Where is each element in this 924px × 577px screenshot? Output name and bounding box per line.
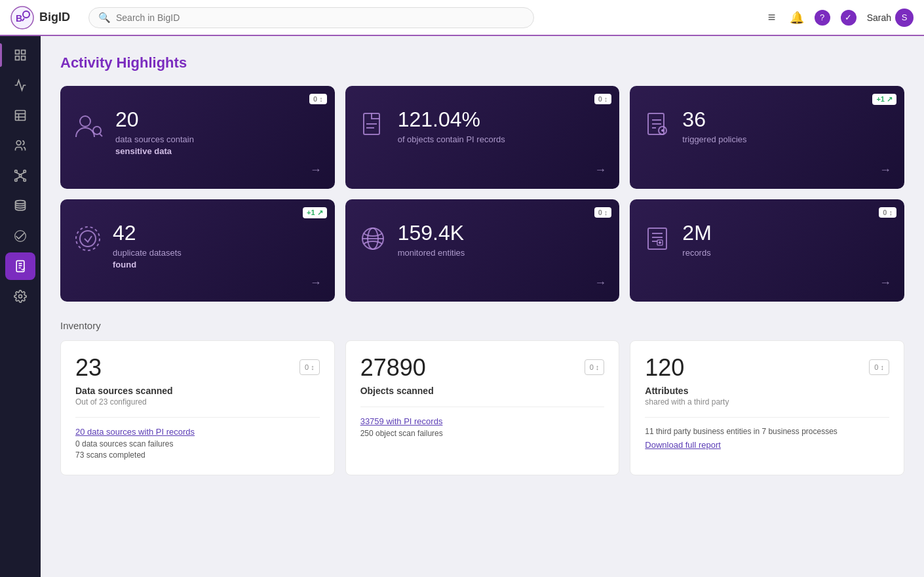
check-icon[interactable]: ✓ bbox=[841, 10, 857, 26]
globe-icon bbox=[358, 224, 387, 260]
card-duplicates[interactable]: +1 ↗ 42 duplicate datasets bbox=[60, 199, 335, 302]
menu-icon[interactable]: ≡ bbox=[765, 10, 779, 25]
sidebar-item-storage[interactable] bbox=[5, 192, 35, 220]
sidebar-item-network[interactable] bbox=[5, 162, 35, 189]
sidebar-item-table[interactable] bbox=[5, 102, 35, 129]
svg-rect-5 bbox=[22, 50, 26, 54]
main-layout: Activity Highlights 0 ↕ bbox=[0, 36, 924, 577]
user-name: Sarah bbox=[867, 12, 891, 23]
inv-detail-data-sources-1: 73 scans completed bbox=[75, 450, 320, 460]
card-content-records: 2M records bbox=[643, 211, 891, 260]
svg-rect-14 bbox=[24, 170, 26, 172]
svg-rect-4 bbox=[16, 50, 20, 54]
notification-bell-icon[interactable]: 🔔 bbox=[790, 10, 804, 25]
sidebar-item-compliance[interactable] bbox=[5, 222, 35, 250]
card-label-records: records bbox=[682, 247, 711, 259]
inventory-section-title: Inventory bbox=[60, 320, 904, 331]
svg-text:B: B bbox=[16, 13, 22, 24]
inv-header-attributes: 120 0 ↕ bbox=[645, 354, 889, 382]
inventory-card-attributes: 120 0 ↕ Attributes shared with a third p… bbox=[630, 340, 904, 475]
badge-value-entities: 0 ↕ bbox=[598, 209, 608, 216]
card-arrow-records[interactable]: → bbox=[879, 276, 891, 290]
logo-area: B BigID bbox=[10, 6, 70, 30]
records-icon bbox=[643, 224, 672, 260]
svg-point-42 bbox=[80, 231, 96, 247]
inv-detail-objects-0: 250 object scan failures bbox=[360, 429, 605, 438]
badge-value-pi: 0 ↕ bbox=[598, 95, 608, 103]
inv-link-data-sources[interactable]: 20 data sources with PI records bbox=[75, 427, 320, 437]
document-icon bbox=[358, 111, 387, 146]
sidebar bbox=[0, 36, 41, 577]
inv-header-data-sources: 23 0 ↕ bbox=[75, 354, 320, 382]
avatar-initial: S bbox=[902, 12, 908, 22]
chart-bar-icon bbox=[14, 79, 27, 92]
badge-value-policies: +1 ↗ bbox=[876, 95, 893, 104]
inv-link-objects[interactable]: 33759 with PI records bbox=[360, 416, 605, 426]
card-entities[interactable]: 0 ↕ 159.4K monitored ent bbox=[345, 199, 620, 302]
inv-number-data-sources: 23 bbox=[75, 354, 102, 382]
logo-text: BigID bbox=[39, 10, 70, 24]
svg-line-31 bbox=[100, 134, 102, 136]
card-pi-objects[interactable]: 0 ↕ 121.04% of objects contain PI recor bbox=[345, 86, 620, 189]
search-icon: 🔍 bbox=[98, 12, 111, 24]
svg-point-12 bbox=[16, 141, 21, 146]
card-content-pi: 121.04% of objects contain PI records bbox=[358, 98, 607, 146]
card-sensitive-data[interactable]: 0 ↕ 20 data sources cont bbox=[60, 86, 335, 189]
settings-icon bbox=[14, 290, 27, 303]
card-badge-pi: 0 ↕ bbox=[594, 94, 612, 104]
search-person-icon bbox=[73, 111, 105, 149]
svg-rect-7 bbox=[22, 56, 26, 60]
highlight-cards-grid: 0 ↕ 20 data sources cont bbox=[60, 86, 904, 302]
sidebar-item-settings[interactable] bbox=[5, 283, 35, 310]
sidebar-item-reports[interactable] bbox=[5, 252, 35, 280]
sidebar-item-people[interactable] bbox=[5, 132, 35, 159]
card-badge-records: 0 ↕ bbox=[879, 207, 896, 218]
card-number-duplicates: 42 bbox=[113, 222, 182, 245]
card-content-duplicates: 42 duplicate datasets found bbox=[73, 211, 322, 271]
policy-icon bbox=[643, 111, 672, 146]
card-text-records: 2M records bbox=[682, 222, 711, 259]
svg-rect-17 bbox=[24, 179, 26, 181]
card-number-policies: 36 bbox=[682, 108, 746, 131]
badge-value-duplicates: +1 ↗ bbox=[307, 209, 323, 217]
sidebar-item-chart[interactable] bbox=[5, 71, 35, 99]
inv-divider-data-sources bbox=[75, 417, 320, 418]
inv-sort-badge-attributes[interactable]: 0 ↕ bbox=[869, 359, 889, 375]
inv-sort-badge-data-sources[interactable]: 0 ↕ bbox=[299, 359, 320, 375]
svg-point-22 bbox=[16, 201, 26, 204]
card-badge-duplicates: +1 ↗ bbox=[303, 207, 327, 218]
svg-rect-15 bbox=[19, 174, 21, 176]
user-profile[interactable]: Sarah S bbox=[867, 9, 914, 27]
card-arrow-pi[interactable]: → bbox=[594, 163, 606, 177]
card-number-pi: 121.04% bbox=[398, 108, 505, 131]
card-arrow-duplicates[interactable]: → bbox=[310, 276, 322, 290]
app-header: B BigID 🔍 ≡ 🔔 ? ✓ Sarah S bbox=[0, 0, 924, 36]
svg-point-30 bbox=[93, 127, 101, 134]
svg-rect-8 bbox=[16, 111, 26, 121]
inv-title-data-sources: Data sources scanned bbox=[75, 386, 320, 396]
svg-rect-16 bbox=[15, 179, 17, 181]
avatar: S bbox=[895, 9, 914, 27]
card-number-entities: 159.4K bbox=[398, 222, 465, 245]
search-input[interactable] bbox=[116, 12, 524, 23]
inventory-card-objects: 27890 0 ↕ Objects scanned 33759 with PI … bbox=[345, 340, 620, 475]
svg-point-28 bbox=[19, 295, 22, 298]
network-icon bbox=[14, 169, 27, 182]
card-policies[interactable]: +1 ↗ 3 bbox=[630, 86, 904, 189]
card-arrow-sensitive[interactable]: → bbox=[310, 163, 322, 177]
card-arrow-entities[interactable]: → bbox=[594, 276, 606, 290]
card-content-entities: 159.4K monitored entities bbox=[358, 211, 607, 260]
header-right: ≡ 🔔 ? ✓ Sarah S bbox=[765, 9, 914, 27]
inv-download-link[interactable]: Download full report bbox=[645, 440, 889, 450]
duplicate-icon bbox=[73, 224, 102, 260]
card-arrow-policies[interactable]: → bbox=[879, 163, 891, 177]
help-icon[interactable]: ? bbox=[815, 10, 830, 26]
inv-sort-badge-objects[interactable]: 0 ↕ bbox=[585, 359, 605, 375]
card-badge-policies: +1 ↗ bbox=[872, 94, 896, 105]
inv-header-objects: 27890 0 ↕ bbox=[360, 354, 605, 382]
storage-icon bbox=[14, 199, 27, 212]
sidebar-item-dashboard[interactable] bbox=[5, 41, 35, 69]
search-bar[interactable]: 🔍 bbox=[88, 7, 534, 28]
svg-line-20 bbox=[16, 177, 20, 179]
card-records[interactable]: 0 ↕ 2M bbox=[630, 199, 904, 302]
